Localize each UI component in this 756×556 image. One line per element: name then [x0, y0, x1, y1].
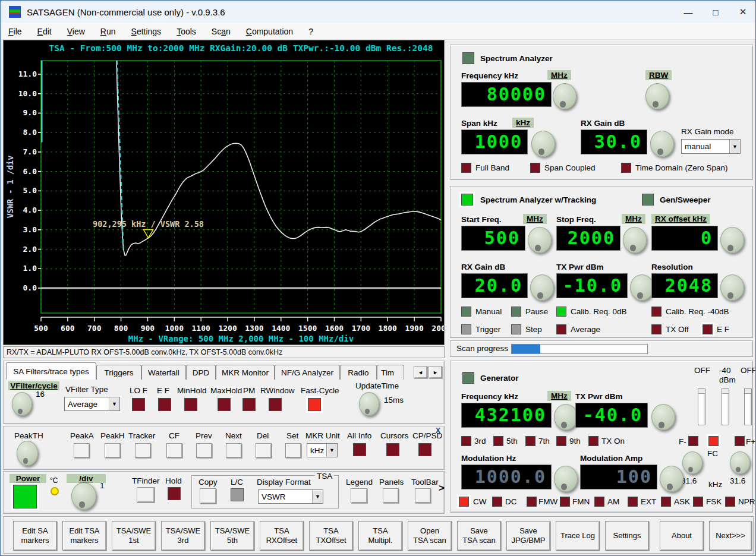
level-slider-left[interactable]: [698, 388, 705, 425]
time-domain-led[interactable]: [621, 163, 631, 173]
del-button[interactable]: [256, 443, 272, 458]
start-freq-unit-button[interactable]: MHz: [523, 214, 547, 224]
trk-rx-gain-knob[interactable]: [530, 274, 554, 301]
all-info-led[interactable]: [353, 443, 366, 456]
sa-mhz-unit-button[interactable]: MHz: [547, 70, 571, 80]
legend-button[interactable]: [351, 488, 367, 503]
cw-mode-led[interactable]: [459, 497, 469, 507]
menu-run[interactable]: Run: [93, 25, 124, 38]
sa-rx-gain-display[interactable]: 30.0: [581, 129, 647, 154]
span-coupled-led[interactable]: [530, 163, 540, 173]
save-jpg-bmp-button[interactable]: SaveJPG/BMP: [506, 521, 550, 551]
f-plus-knob[interactable]: [730, 451, 750, 474]
dc-mode-led[interactable]: [492, 497, 502, 507]
edit-tsa-markers-button[interactable]: Edit TSAmarkers: [62, 521, 106, 551]
tab-scroll-right-icon[interactable]: ►: [429, 366, 442, 378]
peakh-button[interactable]: [105, 443, 121, 458]
tx-off-led[interactable]: [651, 324, 662, 334]
harmonic-9th-led[interactable]: [556, 436, 566, 446]
sa-frequency-knob[interactable]: [553, 83, 577, 109]
tsa-swe-1st-button[interactable]: TSA/SWE1st: [112, 521, 156, 551]
calib-req-0db-led[interactable]: [556, 307, 566, 317]
tfinder-button[interactable]: [137, 487, 155, 503]
average-led[interactable]: [556, 324, 566, 334]
vfilter-cycle-knob[interactable]: [12, 392, 32, 416]
calib-req-40db-led[interactable]: [651, 307, 662, 317]
gen-tx-pwr-display[interactable]: -40.0: [575, 403, 648, 428]
level-slider-right[interactable]: [744, 388, 752, 425]
tracker-button[interactable]: [135, 443, 151, 458]
f-plus-led[interactable]: [735, 436, 745, 446]
prev-button[interactable]: [196, 443, 212, 458]
lo-f-checkbox[interactable]: [132, 398, 145, 411]
next-button[interactable]: Next>>>: [709, 521, 752, 551]
power-label[interactable]: Power: [10, 474, 46, 483]
vfilter-type-select[interactable]: Average▼: [64, 397, 120, 411]
resolution-display[interactable]: 2048: [651, 273, 718, 298]
tsa-swe-3rd-button[interactable]: TSA/SWE3rd: [161, 521, 205, 551]
sa-rbw-knob[interactable]: [645, 83, 669, 109]
lc-led[interactable]: [231, 488, 244, 501]
gen-mhz-unit-button[interactable]: MHz: [547, 391, 571, 401]
rx-offset-label[interactable]: RX offset kHz: [651, 214, 710, 224]
harmonic-7th-led[interactable]: [525, 436, 536, 446]
trk-tx-pwr-knob[interactable]: [630, 274, 654, 301]
edit-sa-markers-button[interactable]: Edit SAmarkers: [13, 521, 57, 551]
tsa-rxoffset-button[interactable]: TSARXOffset: [260, 521, 304, 551]
f-minus-led[interactable]: [688, 436, 698, 446]
tab-triggers[interactable]: Triggers: [96, 365, 141, 380]
e-f-checkbox[interactable]: [158, 398, 171, 411]
tab-scroll-left-icon[interactable]: ◄: [414, 366, 427, 378]
manual-led[interactable]: [461, 307, 471, 317]
rx-offset-display[interactable]: 0: [651, 226, 718, 251]
cf-button[interactable]: [166, 443, 182, 458]
settings-button[interactable]: Settings: [605, 521, 649, 551]
menu-view[interactable]: View: [59, 25, 93, 38]
pause-led[interactable]: [511, 307, 521, 317]
harmonic-3rd-led[interactable]: [461, 436, 471, 446]
trk-rx-gain-display[interactable]: 20.0: [461, 273, 528, 298]
trk-tx-pwr-display[interactable]: -10.0: [556, 273, 628, 298]
modulation-amp-display[interactable]: 100: [580, 465, 657, 489]
f-minus-knob[interactable]: [682, 451, 703, 474]
minimize-button[interactable]: —: [675, 1, 702, 23]
tracking-led[interactable]: [461, 194, 473, 206]
level-slider-mid[interactable]: [722, 388, 729, 425]
pm-checkbox[interactable]: [242, 398, 256, 411]
am-mode-led[interactable]: [594, 497, 604, 507]
tx-on-led[interactable]: [588, 436, 598, 446]
toolbar-button[interactable]: [415, 488, 431, 503]
set-button[interactable]: [285, 443, 301, 458]
ext-mode-led[interactable]: [628, 497, 638, 507]
fsk-mode-led[interactable]: [693, 497, 703, 507]
tsa-chart[interactable]: TSA - From:500 MHz to:2000 MHz RXGain:20…: [3, 40, 445, 345]
fmn-mode-led[interactable]: [560, 497, 570, 507]
marker-box-close[interactable]: X: [436, 427, 440, 435]
sa-rbw-label[interactable]: RBW: [645, 70, 672, 80]
sa-rx-gain-knob[interactable]: [650, 131, 674, 157]
display-format-select[interactable]: VSWR▼: [258, 489, 323, 504]
full-band-led[interactable]: [461, 163, 471, 173]
sa-rx-gain-mode-select[interactable]: manual▼: [681, 139, 741, 154]
fast-cycle-checkbox[interactable]: [308, 398, 321, 411]
fmw-mode-led[interactable]: [527, 497, 537, 507]
harmonic-5th-led[interactable]: [493, 436, 503, 446]
sa-frequency-display[interactable]: 80000: [461, 82, 552, 107]
menu-file[interactable]: File: [1, 25, 30, 38]
tab-nfg-analyzer[interactable]: NF/G Analyzer: [275, 365, 340, 380]
next-button[interactable]: [226, 443, 242, 458]
expand-right-icon[interactable]: >: [439, 482, 445, 494]
minhold-checkbox[interactable]: [184, 398, 197, 411]
menu-tools[interactable]: Tools: [169, 25, 204, 38]
menu-edit[interactable]: Edit: [30, 25, 59, 38]
copy-button[interactable]: [200, 488, 216, 504]
menu-computation[interactable]: Computation: [238, 25, 301, 38]
stop-freq-knob[interactable]: [623, 227, 647, 253]
step-led[interactable]: [511, 324, 521, 334]
maxhold-checkbox[interactable]: [218, 398, 231, 411]
sa-span-display[interactable]: 1000: [461, 129, 528, 154]
power-led-button[interactable]: [13, 485, 37, 508]
menu-settings[interactable]: Settings: [124, 25, 169, 38]
fc-led[interactable]: [708, 436, 719, 446]
tab-mkr-monitor[interactable]: MKR Monitor: [216, 365, 275, 380]
